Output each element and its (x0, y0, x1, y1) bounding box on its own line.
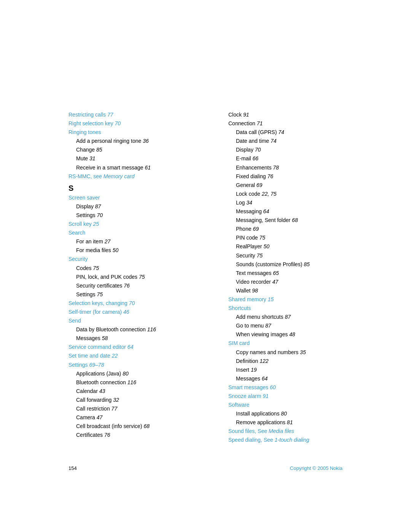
list-item: Selection keys, changing 70 (68, 299, 213, 308)
list-item: Go to menu 87 (228, 321, 365, 330)
list-item: Display 70 (228, 145, 365, 154)
list-item: Insert 19 (228, 366, 365, 374)
list-item: Calendar 43 (68, 387, 213, 396)
page-number: 154 (68, 465, 77, 471)
list-item: Security 75 (228, 251, 365, 260)
list-item: PIN, lock, and PUK codes 75 (68, 273, 213, 281)
list-item: Data by Bluetooth connection 116 (68, 325, 213, 334)
list-item: Security certificates 76 (68, 281, 213, 290)
list-item: Log 34 (228, 198, 365, 207)
list-item: Copy names and numbers 35 (228, 348, 365, 357)
page: Restricting calls 77 Right selection key… (0, 0, 411, 532)
list-item: E-mail 66 (228, 154, 365, 163)
list-item: Applications (Java) 80 (68, 369, 213, 378)
list-item: Remove applications 81 (228, 418, 365, 427)
list-item: Shortcuts (228, 304, 365, 313)
list-item: For media files 50 (68, 246, 213, 255)
list-item: Add menu shortcuts 87 (228, 313, 365, 321)
list-item: Smart messages 60 (228, 383, 365, 392)
list-item: Video recorder 47 (228, 278, 365, 286)
list-item: Search (68, 228, 213, 237)
list-item: Wallet 98 (228, 286, 365, 295)
list-item: Restricting calls 77 (68, 110, 213, 119)
list-item: Speed dialing, See 1-touch dialing (228, 436, 365, 444)
list-item: Messages 64 (228, 374, 365, 383)
list-item: Messaging, Sent folder 68 (228, 216, 365, 225)
list-item: Fixed dialing 76 (228, 172, 365, 181)
list-item: Ringing tones (68, 128, 213, 137)
list-item: Settings 75 (68, 290, 213, 299)
list-item: Sound files, See Media files (228, 427, 365, 436)
list-item: SIM card (228, 339, 365, 348)
list-item: Scroll key 25 (68, 220, 213, 228)
section-letter-s: S (68, 184, 213, 193)
list-item: Install applications 80 (228, 409, 365, 418)
list-item: Send (68, 316, 213, 325)
list-item: Call restriction 77 (68, 404, 213, 413)
list-item-set-time-and-date: Set time and date 22 (68, 351, 213, 360)
list-item: Messaging 64 (228, 207, 365, 216)
list-item: Messages 58 (68, 334, 213, 343)
list-item: Settings 69–78 (68, 361, 213, 369)
list-item: Change 85 (68, 145, 213, 154)
list-item: Certificates 76 (68, 431, 213, 439)
list-item: Date and time 74 (228, 137, 365, 145)
list-item: Snooze alarm 91 (228, 392, 365, 401)
list-item: Lock code 22, 75 (228, 190, 365, 198)
copyright-text: Copyright © 2005 Nokia (290, 465, 342, 471)
list-item: Clock 91 (228, 110, 365, 119)
list-item: Bluetooth connection 116 (68, 378, 213, 387)
left-column: Restricting calls 77 Right selection key… (68, 110, 213, 445)
content-area: Restricting calls 77 Right selection key… (0, 0, 411, 445)
list-item: General 69 (228, 181, 365, 190)
page-footer: 154 Copyright © 2005 Nokia (0, 465, 411, 471)
list-item: Call forwarding 32 (68, 396, 213, 404)
list-item: Connection 71 (228, 119, 365, 128)
list-item: Self-timer (for camera) 46 (68, 308, 213, 316)
right-column: Clock 91 Connection 71 Data call (GPRS) … (228, 110, 365, 445)
list-item: Display 87 (68, 202, 213, 211)
list-item: When viewing images 48 (228, 330, 365, 339)
list-item: Codes 75 (68, 264, 213, 273)
list-item: Camera 47 (68, 413, 213, 422)
list-item: Software (228, 401, 365, 409)
list-item: Enhancements 78 (228, 163, 365, 172)
list-item: RS-MMC, see Memory card (68, 172, 213, 181)
list-item: Add a personal ringing tone 36 (68, 137, 213, 145)
list-item: RealPlayer 50 (228, 242, 365, 251)
list-item: Data call (GPRS) 74 (228, 128, 365, 137)
list-item: Right selection key 70 (68, 119, 213, 128)
list-item-security: Security (68, 255, 213, 264)
list-item: For an item 27 (68, 237, 213, 246)
list-item-service-command-editor: Service command editor 64 (68, 343, 213, 351)
list-item: Settings 70 (68, 211, 213, 220)
list-item: Sounds (customize Profiles) 85 (228, 260, 365, 269)
list-item: Cell broadcast (info service) 68 (68, 422, 213, 431)
list-item-shared-memory: Shared memory 15 (228, 295, 365, 304)
list-item: Text messages 65 (228, 269, 365, 278)
list-item: Screen saver (68, 193, 213, 202)
list-item: Definition 122 (228, 357, 365, 366)
list-item: Phone 69 (228, 225, 365, 233)
list-item: PIN code 75 (228, 233, 365, 242)
list-item: Receive in a smart message 61 (68, 163, 213, 172)
list-item: Mute 31 (68, 154, 213, 163)
